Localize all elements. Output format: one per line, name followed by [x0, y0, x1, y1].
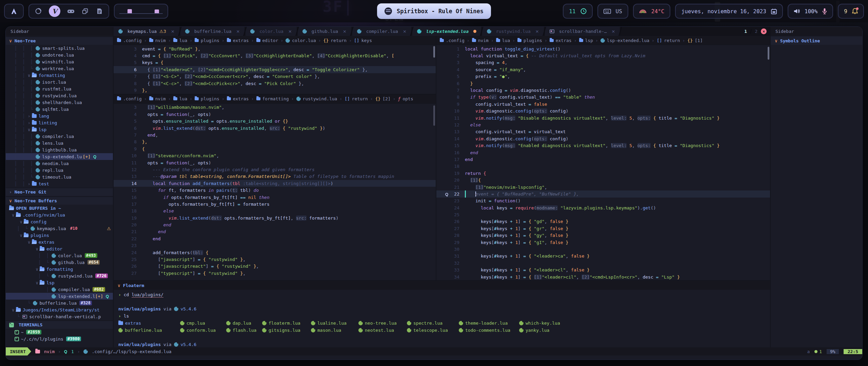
section-header-neo-tree[interactable]: ∨Neo-Tree	[6, 37, 113, 45]
floaterm-header[interactable]: ∨ Floaterm	[114, 281, 770, 290]
code-line-3[interactable]: 3 spacing = 4,	[436, 59, 770, 66]
clock-widget[interactable]: 11	[563, 4, 592, 19]
code-line-17[interactable]: 17 opts.formatters_by_ft[ft] = formatter…	[114, 201, 436, 207]
date-widget[interactable]: jueves, noviembre 16, 2023	[675, 4, 783, 19]
tree-item-lens-lua[interactable]: │ │ │ lens.lua	[6, 140, 113, 146]
section-header-terminals[interactable]: TERMINALS	[6, 321, 113, 329]
tree-item-compiler-lua[interactable]: │ │ │ compiler.lua	[6, 133, 113, 140]
tree-item-lang[interactable]: │ │ ›lang	[6, 113, 113, 119]
tree-item-juegos-indies-steamlibrary-st[interactable]: ∨Juegos/Indies/SteamLibrary/st	[6, 306, 113, 313]
tree-item-color-lua[interactable]: │ │ color.lua#493	[6, 252, 113, 259]
code-line-15[interactable]: 15 vim.notify(msg: "Enabled diagnostics …	[436, 142, 770, 149]
weather-widget[interactable]: 24°C	[633, 4, 671, 19]
tree-item-compiler-lua[interactable]: │ compiler.lua#682	[6, 286, 113, 293]
tree-item-isort-lua[interactable]: │ │ │ isort.lua	[6, 79, 113, 85]
close-tab-icon[interactable]: ×	[236, 29, 240, 34]
code-line-11[interactable]: 11 opts = function(_, opts)	[114, 159, 436, 166]
code-line-14[interactable]: 14 vim.diagnostic.config(opts: config)	[436, 135, 770, 142]
code-line-9[interactable]: 9 config.virtual_text = false	[436, 101, 770, 107]
scrollbar[interactable]	[433, 46, 435, 58]
tab-color-lua[interactable]: color.lua×	[245, 27, 296, 36]
tree-item-lsp[interactable]: ∨lsp	[6, 279, 113, 286]
section-header-neo-tree-git[interactable]: ›Neo-Tree Git	[6, 188, 113, 196]
tree-item-c-n-l-plugins[interactable]: ~/.c/n/l/plugins#3980	[6, 336, 113, 342]
code-line-13[interactable]: 13 config.virtual_text = virtual_text	[436, 128, 770, 135]
workspace-editor-icon[interactable]: V	[49, 5, 60, 17]
tree-item-rustywind-lua[interactable]: │ │ │ rustywind.lua	[6, 92, 113, 99]
tree-item-rustfmt-lua[interactable]: │ │ │ rustfmt.lua	[6, 85, 113, 92]
tree-item-repl-lua[interactable]: │ │ │ repl.lua	[6, 167, 113, 174]
system-graph-widget[interactable]	[114, 4, 168, 19]
code-line-5[interactable]: 5 opts.ensure_installed = opts.ensure_in…	[114, 118, 436, 125]
code-line-6[interactable]: 6 }	[436, 80, 770, 87]
tree-item-extras[interactable]: ∨extras	[6, 239, 113, 245]
tree-item-lsp-extended-lu[interactable]: └ lsp-extended.lu[+]	[6, 293, 113, 300]
code-line-27[interactable]: 27 keys[#keys + 1] = { "gr", false }	[436, 225, 770, 232]
code-line-29[interactable]: 29 keys[#keys + 1] = { "gI", false }	[436, 239, 770, 246]
workspace-browser-icon[interactable]	[35, 7, 42, 15]
close-tab-icon[interactable]: ×	[403, 29, 407, 34]
code-line-6[interactable]: 6 { [1]"<leader>uC", [2]"<cmd>CccHighlig…	[114, 66, 436, 73]
tree-item-plugins[interactable]: ∨plugins	[6, 232, 113, 239]
tab-github-lua[interactable]: github.lua×	[298, 27, 351, 36]
tab-rustywind-lua[interactable]: rustywind.lua×	[482, 27, 544, 36]
code-line-8[interactable]: 8},	[114, 139, 436, 145]
tree-item-winshift-lua[interactable]: │ │ │ winshift.lua	[6, 58, 113, 65]
code-area[interactable]: 3 [1]"williamboman/mason.nvim",4 opts = …	[114, 104, 436, 280]
scrollbar[interactable]	[768, 47, 769, 60]
code-line-28[interactable]: 28 keys[#keys + 1] = { "gy", false }	[436, 232, 770, 239]
code-line-20[interactable]: 20 [1]{	[436, 177, 770, 183]
notifications-widget[interactable]: 9	[838, 4, 864, 19]
code-line-7[interactable]: 7 end,	[114, 131, 436, 138]
tree-item-open-buffers-in[interactable]: OPEN BUFFERS in ~	[6, 205, 113, 211]
code-line-4[interactable]: 4 source = "if_many",	[436, 66, 770, 73]
tab-keymaps-lua[interactable]: keymaps.lua⚠3×	[114, 27, 179, 36]
code-line-5[interactable]: 5keys = {	[114, 59, 436, 66]
code-line-9[interactable]: 9{	[114, 145, 436, 152]
code-area[interactable]: 3event = { "BufRead" },4cmd = { [1]"CccP…	[114, 45, 436, 94]
code-line-25[interactable]: 25	[436, 211, 770, 218]
code-line-23[interactable]: 23	[114, 242, 436, 249]
tab-lsp-extended-lua[interactable]: lsp-extended.lua	[412, 27, 481, 36]
close-tab-icon[interactable]: ×	[288, 29, 292, 34]
code-line-18[interactable]: 18	[436, 163, 770, 170]
code-line-20[interactable]: 20 end	[114, 221, 436, 228]
code-line-22[interactable]: 22 end	[114, 235, 436, 242]
code-line-31[interactable]: 31 keys[#keys + 1] = { "<leader>ca", fal…	[436, 253, 770, 260]
close-tab-icon[interactable]: ×	[171, 29, 175, 34]
code-line-3[interactable]: 3 [1]"williamboman/mason.nvim",	[114, 104, 436, 111]
tree-item-rustywind-lua[interactable]: │ └ rustywind.lua#726	[6, 272, 113, 279]
code-line-24[interactable]: 24 local keys = require(modname: "lazyvi…	[436, 204, 770, 211]
tree-item-worktree-lua[interactable]: │ │ └ worktree.lua	[6, 65, 113, 72]
code-line-27[interactable]: 27 ["typescript"] = { "rustywind" },	[114, 270, 436, 277]
close-all-button[interactable]: ×	[761, 28, 767, 34]
tree-item-item[interactable]: ~#2859	[6, 329, 113, 336]
launcher-button[interactable]	[4, 4, 24, 19]
keyboard-layout-widget[interactable]: US	[597, 4, 628, 19]
code-line-7[interactable]: 7 local config = vim.diagnostic.config()	[436, 87, 770, 94]
code-line-34[interactable]: 34 keys[#keys + 1] = { [1]"<leader>cil",…	[436, 273, 770, 280]
tree-item-github-lua[interactable]: │ └ github.lua#654	[6, 259, 113, 266]
code-line-7[interactable]: 7 { [1]"<S-C>", [2]"<cmd>CccConvert<cr>"…	[114, 73, 436, 80]
close-tab-icon[interactable]: ×	[535, 29, 539, 34]
code-area[interactable]: 1local function toggle_diag_virtext()2 l…	[436, 45, 770, 280]
section-header-neo-tree-buffers[interactable]: ∨Neo-Tree Buffers	[6, 197, 113, 205]
code-line-4[interactable]: 4cmd = { [1]"CccPick", [2]"CccConvert", …	[114, 52, 436, 59]
workspace-docs-icon[interactable]	[96, 7, 103, 15]
tree-item-timeout-lua[interactable]: │ │ └ timeout.lua	[6, 174, 113, 180]
code-line-19[interactable]: 19 vim.list_extend(dst: opts.formatters_…	[114, 215, 436, 221]
close-tab-icon[interactable]: ×	[343, 29, 347, 34]
tree-item-formatting[interactable]: │ │ ∨formatting	[6, 72, 113, 79]
scrollbar[interactable]	[433, 105, 435, 126]
code-line-33[interactable]: 33 keys[#keys + 1] = { "<leader>cl", fal…	[436, 267, 770, 273]
code-line-30[interactable]: 30	[436, 246, 770, 252]
tabpage-current[interactable]: 1	[744, 29, 747, 34]
code-line-32[interactable]: 32	[436, 260, 770, 266]
tree-item-editor[interactable]: ∨editor	[6, 245, 113, 252]
tab-bufferline-lua[interactable]: bufferline.lua×	[180, 27, 244, 36]
code-line-6[interactable]: 6 vim.list_extend(dst: opts.ensure_insta…	[114, 125, 436, 131]
tree-item-lightbulb-lua[interactable]: │ │ │ lightbulb.lua	[6, 146, 113, 153]
tree-item-formatting[interactable]: ∨formatting	[6, 266, 113, 272]
tree-item-shellharden-lua[interactable]: │ │ │ shellharden.lua	[6, 99, 113, 106]
tree-item-linting[interactable]: │ │ ›linting	[6, 119, 113, 126]
